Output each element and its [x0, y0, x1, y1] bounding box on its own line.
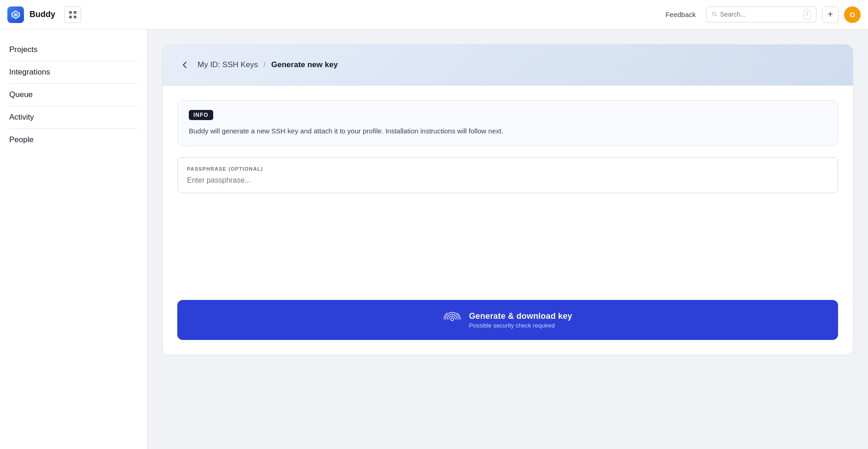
app-name: Buddy	[29, 10, 55, 19]
body-spacer	[177, 204, 838, 296]
info-badge: INFO	[189, 110, 213, 120]
sidebar-divider-2	[9, 83, 138, 84]
passphrase-input[interactable]	[187, 176, 828, 184]
info-box: INFO Buddy will generate a new SSH key a…	[177, 100, 838, 146]
svg-line-8	[716, 15, 717, 17]
fingerprint-icon	[443, 310, 461, 330]
avatar[interactable]: O	[844, 6, 861, 23]
info-text: Buddy will generate a new SSH key and at…	[189, 126, 827, 137]
breadcrumb-current: Generate new key	[271, 60, 338, 69]
breadcrumb-separator: /	[263, 60, 266, 69]
sidebar-divider-4	[9, 128, 138, 129]
generate-button-sub-text: Possible security check required	[469, 322, 554, 329]
sidebar-divider-1	[9, 61, 138, 61]
svg-point-9	[451, 318, 454, 321]
sidebar: Projects Integrations Queue Activity Peo…	[0, 29, 147, 449]
sidebar-item-people[interactable]: People	[9, 131, 138, 149]
generate-button-text-group: Generate & download key Possible securit…	[469, 311, 572, 329]
feedback-link[interactable]: Feedback	[661, 8, 700, 21]
card-header: My ID: SSH Keys / Generate new key	[163, 45, 853, 86]
sidebar-item-activity[interactable]: Activity	[9, 108, 138, 127]
breadcrumb-parent: My ID: SSH Keys	[198, 60, 258, 69]
svg-rect-6	[74, 16, 76, 18]
search-slash-indicator: /	[804, 10, 810, 19]
main-content: My ID: SSH Keys / Generate new key INFO …	[147, 29, 868, 449]
passphrase-label: PASSPHRASE (OPTIONAL)	[187, 166, 828, 172]
logo-icon[interactable]	[7, 6, 24, 23]
sidebar-divider-3	[9, 106, 138, 106]
sidebar-item-queue[interactable]: Queue	[9, 86, 138, 104]
generate-button-main-text: Generate & download key	[469, 311, 572, 321]
svg-rect-3	[69, 11, 72, 14]
svg-rect-5	[69, 16, 72, 18]
generate-key-button[interactable]: Generate & download key Possible securit…	[177, 300, 838, 340]
topnav: Buddy Feedback / + O	[0, 0, 868, 29]
card-body: INFO Buddy will generate a new SSH key a…	[163, 86, 853, 355]
sidebar-item-projects[interactable]: Projects	[9, 40, 138, 59]
grid-toggle-button[interactable]	[64, 6, 81, 23]
sidebar-item-integrations[interactable]: Integrations	[9, 63, 138, 81]
search-icon	[712, 11, 717, 18]
search-input[interactable]	[720, 11, 801, 18]
search-bar: /	[706, 6, 816, 23]
add-button[interactable]: +	[822, 6, 839, 23]
svg-rect-4	[74, 11, 76, 14]
passphrase-section: PASSPHRASE (OPTIONAL)	[177, 157, 838, 193]
back-button[interactable]	[177, 58, 192, 72]
main-card: My ID: SSH Keys / Generate new key INFO …	[162, 44, 853, 355]
